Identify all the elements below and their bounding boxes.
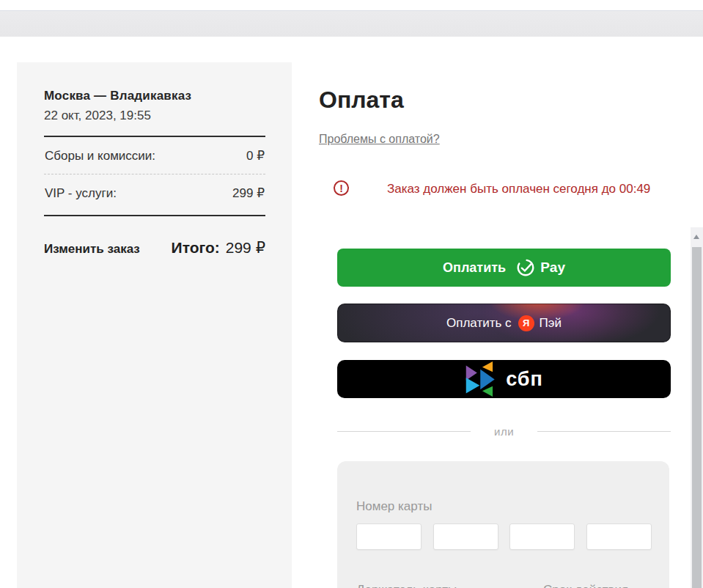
or-divider: или (337, 425, 671, 438)
fees-row: Сборы и комиссии: 0 ₽ (44, 137, 265, 174)
card-number-label: Номер карты (356, 499, 650, 514)
departure-datetime: 22 окт, 2023, 19:55 (44, 109, 265, 123)
fees-value: 0 ₽ (246, 148, 265, 163)
card-number-input-3[interactable] (509, 523, 575, 550)
change-order-link[interactable]: Изменить заказ (44, 242, 140, 257)
top-toolbar-band (0, 10, 703, 37)
total-value: 299 ₽ (226, 239, 265, 256)
vertical-scrollbar[interactable] (691, 227, 703, 588)
divider-rule (337, 431, 471, 432)
order-summary-panel: Москва — Владикавказ 22 окт, 2023, 19:55… (17, 62, 292, 588)
yandexpay-suffix: Пэй (540, 316, 562, 331)
sbp-button[interactable]: сбп (337, 360, 671, 398)
vip-value: 299 ₽ (232, 185, 265, 201)
divider-rule (537, 431, 671, 432)
yandexpay-label: Оплатить с (446, 316, 512, 331)
sbp-label: сбп (506, 368, 543, 391)
sberpay-check-icon (516, 258, 535, 277)
card-number-input-1[interactable] (356, 523, 422, 550)
total-label: Итого: (172, 239, 220, 256)
yandex-logo-icon: Я (518, 315, 534, 331)
warning-text: Заказ должен быть оплачен сегодня до 00:… (387, 182, 650, 196)
card-form-panel: Номер карты Держатель карты Срок действи… (337, 461, 669, 588)
or-text: или (494, 425, 514, 438)
alert-icon: ! (334, 180, 349, 196)
sberpay-pay-text: Pay (540, 260, 565, 276)
sberpay-button[interactable]: Оплатить Pay (337, 249, 671, 287)
scrollbar-thumb[interactable] (692, 247, 702, 588)
card-number-inputs (356, 523, 652, 550)
summary-footer: Изменить заказ Итого:299 ₽ (44, 239, 265, 257)
fees-label: Сборы и комиссии: (45, 149, 155, 163)
vip-label: VIP - услуги: (45, 186, 117, 201)
card-number-input-4[interactable] (586, 523, 652, 550)
card-expiry-label: Срок действия (543, 583, 628, 588)
payment-problems-link[interactable]: Проблемы с оплатой? (319, 133, 440, 146)
vip-row: VIP - услуги: 299 ₽ (44, 174, 265, 211)
route-title: Москва — Владикавказ (44, 89, 265, 103)
order-total: Итого:299 ₽ (172, 239, 265, 257)
yandex-pay-button[interactable]: Оплатить с Я Пэй (337, 304, 671, 342)
sbp-logo-icon (465, 361, 498, 397)
divider-line (44, 215, 265, 216)
card-holder-label: Держатель карты (356, 583, 457, 588)
card-secondary-labels: Держатель карты Срок действия (356, 583, 650, 588)
card-number-input-2[interactable] (433, 523, 498, 550)
sberpay-label: Оплатить (443, 260, 506, 276)
payment-section: Оплата Проблемы с оплатой? ! Заказ долже… (319, 62, 685, 588)
scroll-up-arrow-icon[interactable] (691, 227, 703, 246)
page-title: Оплата (319, 87, 404, 114)
